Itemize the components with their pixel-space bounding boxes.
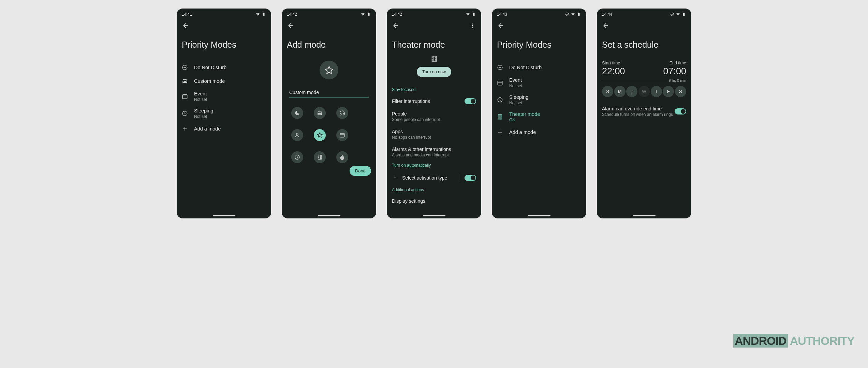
battery-icon — [681, 12, 686, 16]
svg-point-22 — [472, 24, 473, 25]
dnd-icon — [497, 64, 503, 71]
day-wed[interactable]: W — [638, 86, 650, 97]
icon-option-clock[interactable] — [291, 151, 303, 163]
theater-icon — [497, 114, 503, 120]
battery-icon — [366, 12, 371, 16]
row-theater-mode[interactable]: Theater mode ON — [492, 108, 586, 125]
row-sleeping[interactable]: Sleeping Not set — [492, 91, 586, 108]
alarm-toggle[interactable] — [675, 108, 686, 114]
done-button[interactable]: Done — [350, 166, 371, 176]
day-sat[interactable]: S — [675, 86, 686, 97]
calendar-icon — [182, 93, 188, 99]
page-title: Add mode — [282, 32, 376, 61]
row-alarms[interactable]: Alarms & other interruptions Alarms and … — [387, 143, 481, 161]
alarm-title: Alarm can override end time — [602, 106, 675, 111]
calendar-icon — [497, 80, 503, 86]
row-apps[interactable]: Apps No apps can interrupt — [387, 125, 481, 143]
battery-icon — [471, 12, 476, 16]
row-display-settings[interactable]: Display settings — [387, 195, 481, 204]
icon-picker — [282, 97, 376, 173]
dnd-status-icon — [565, 12, 570, 16]
more-button[interactable] — [468, 21, 476, 30]
section-additional-actions: Additional actions — [387, 185, 481, 195]
icon-option-person[interactable] — [291, 129, 303, 141]
page-title: Priority Modes — [492, 32, 586, 61]
day-sun[interactable]: S — [602, 86, 613, 97]
back-button[interactable] — [392, 21, 400, 30]
row-title: Sleeping — [194, 108, 266, 113]
end-time-value: 07:00 — [663, 66, 686, 77]
day-fri[interactable]: F — [663, 86, 674, 97]
row-filter-interruptions[interactable]: Filter interruptions — [387, 95, 481, 108]
home-indicator[interactable] — [528, 215, 550, 216]
status-bar: 14:43 — [492, 9, 586, 19]
row-add-mode[interactable]: Add a mode — [492, 125, 586, 139]
setting-sub: Alarms and media can interrupt — [392, 153, 476, 157]
status-time: 14:41 — [182, 12, 192, 17]
wifi-icon — [676, 12, 680, 16]
home-indicator[interactable] — [633, 215, 656, 216]
wifi-icon — [255, 12, 260, 16]
theater-icon — [430, 55, 438, 63]
mode-icon — [387, 55, 481, 63]
home-indicator[interactable] — [423, 215, 445, 216]
time-row: Start time 22:00 End time 07:00 — [597, 61, 691, 79]
end-time-block[interactable]: End time 07:00 — [663, 61, 686, 77]
row-sleeping[interactable]: Sleeping Not set — [177, 105, 271, 122]
mode-name-input[interactable] — [289, 88, 369, 97]
icon-option-car[interactable] — [314, 107, 326, 119]
turn-on-button[interactable]: Turn on now — [417, 67, 451, 77]
filter-toggle[interactable] — [465, 98, 476, 104]
svg-point-24 — [472, 27, 473, 28]
screen-priority-modes-1: 14:41 Priority Modes Do Not Disturb Cust… — [177, 9, 271, 218]
row-people[interactable]: People Some people can interrupt — [387, 108, 481, 125]
row-activation-type[interactable]: Select activation type — [387, 170, 481, 185]
toolbar — [282, 19, 376, 32]
home-indicator[interactable] — [212, 215, 235, 216]
row-event[interactable]: Event Not set — [177, 88, 271, 105]
start-time-block[interactable]: Start time 22:00 — [602, 61, 625, 77]
setting-sub: No apps can interrupt — [392, 135, 476, 140]
row-dnd[interactable]: Do Not Disturb — [177, 61, 271, 74]
plus-icon — [497, 129, 503, 135]
row-sub: ON — [509, 118, 581, 122]
wifi-icon — [361, 12, 365, 16]
day-mon[interactable]: M — [614, 86, 626, 97]
back-icon — [497, 22, 504, 29]
icon-option-star[interactable] — [314, 129, 326, 141]
row-dnd[interactable]: Do Not Disturb — [492, 61, 586, 74]
back-icon — [602, 22, 609, 29]
row-title: Add a mode — [509, 129, 581, 135]
back-button[interactable] — [286, 21, 295, 30]
activation-toggle[interactable] — [465, 175, 476, 181]
day-tue[interactable]: T — [626, 86, 637, 97]
svg-rect-43 — [498, 114, 502, 119]
plus-icon — [182, 126, 188, 132]
svg-marker-11 — [317, 133, 322, 137]
icon-option-calendar[interactable] — [336, 129, 348, 141]
home-indicator[interactable] — [318, 215, 340, 216]
start-time-value: 22:00 — [602, 66, 625, 77]
status-icons — [565, 12, 581, 16]
row-add-mode[interactable]: Add a mode — [177, 122, 271, 136]
back-button[interactable] — [602, 21, 610, 30]
row-custom[interactable]: Custom mode — [177, 74, 271, 88]
svg-point-10 — [296, 133, 298, 135]
clock-icon — [182, 110, 188, 117]
row-alarm-override[interactable]: Alarm can override end time Schedule tur… — [597, 104, 691, 119]
back-button[interactable] — [497, 21, 505, 30]
icon-option-theater[interactable] — [314, 151, 326, 163]
icon-option-moon[interactable] — [291, 107, 303, 119]
icon-option-leaf[interactable] — [336, 151, 348, 163]
row-event[interactable]: Event Not set — [492, 74, 586, 91]
back-button[interactable] — [181, 21, 190, 30]
row-title: Add a mode — [194, 126, 266, 132]
day-thu[interactable]: T — [651, 86, 662, 97]
theater-icon — [317, 154, 323, 160]
icon-option-headphones[interactable] — [336, 107, 348, 119]
svg-rect-2 — [182, 95, 187, 99]
setting-title: Display settings — [392, 198, 476, 204]
leaf-icon — [339, 154, 345, 160]
toolbar — [387, 19, 481, 32]
row-title: Sleeping — [509, 94, 581, 100]
